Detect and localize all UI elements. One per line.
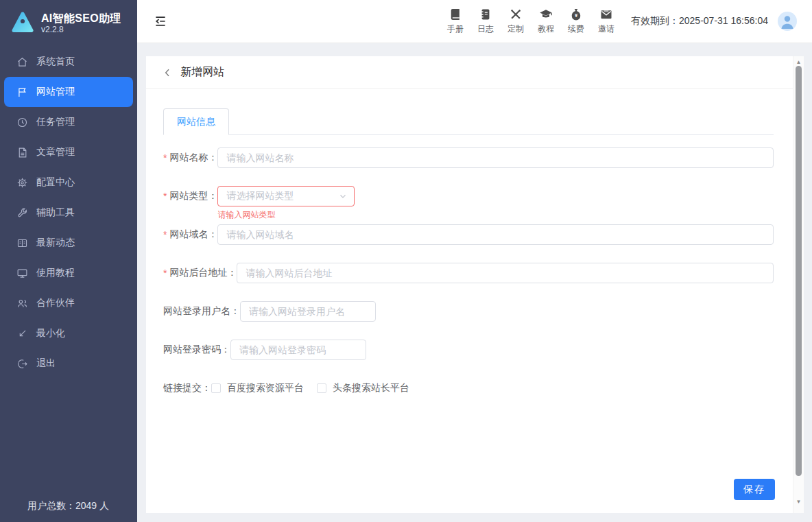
sidebar-item-label: 最小化 <box>36 327 65 340</box>
sidebar-item-website-management[interactable]: 网站管理 <box>4 77 133 107</box>
form-row-site-name: * 网站名称： <box>163 147 774 168</box>
sidebar-item-latest-news[interactable]: 最新动态 <box>0 228 137 258</box>
toolbar-tutorial[interactable]: 教程 <box>534 8 558 35</box>
site-domain-input[interactable] <box>217 224 774 245</box>
checkbox-label: 头条搜索站长平台 <box>333 382 409 394</box>
toolbar-label: 日志 <box>477 23 494 35</box>
logout-icon <box>16 358 28 370</box>
field-label: 链接提交： <box>163 382 211 394</box>
user-avatar[interactable] <box>778 12 797 31</box>
login-password-input[interactable] <box>230 340 366 360</box>
toolbar-label: 定制 <box>508 23 524 35</box>
clock-icon <box>16 117 28 128</box>
news-icon <box>16 237 28 249</box>
page-title-bar: 新增网站 <box>146 56 804 89</box>
sidebar-item-label: 辅助工具 <box>36 206 75 219</box>
app-logo-icon <box>10 12 35 34</box>
field-label: 网站名称： <box>169 152 217 164</box>
toolbar-manual[interactable]: 手册 <box>443 8 468 35</box>
sidebar-item-label: 系统首页 <box>36 56 75 68</box>
sidebar-item-label: 最新动态 <box>36 237 75 249</box>
checkbox-box[interactable] <box>317 383 326 393</box>
wrench-icon <box>16 207 28 219</box>
toolbar-invite[interactable]: 邀请 <box>594 8 619 35</box>
expiry-value: 2025-07-31 16:56:04 <box>679 15 768 27</box>
sidebar-item-label: 网站管理 <box>36 86 75 98</box>
tutorial-cap-icon <box>539 8 553 21</box>
login-username-input[interactable] <box>240 301 376 322</box>
field-label: 网站域名： <box>169 228 217 241</box>
vertical-scrollbar[interactable]: ▲ ▼ <box>793 56 804 513</box>
sidebar-item-tools[interactable]: 辅助工具 <box>0 198 137 228</box>
checkbox-toutiao-platform[interactable]: 头条搜索站长平台 <box>317 382 409 394</box>
top-header: 手册 日志 定制 教程 ¥ 续费 邀请 有效期到： 2025-07-31 16:… <box>137 0 812 43</box>
page-title: 新增网站 <box>180 65 224 80</box>
sidebar: AI智能SEO助理 v2.2.8 系统首页 网站管理 任务管理 文章管理 配置中… <box>0 0 137 522</box>
form-row-site-type: * 网站类型： 请选择网站类型 请输入网站类型 <box>163 186 774 206</box>
gear-icon <box>16 177 28 189</box>
user-total-count: 用户总数：2049 人 <box>0 500 137 512</box>
sidebar-item-partners[interactable]: 合作伙伴 <box>0 288 137 318</box>
expiry-label: 有效期到： <box>631 15 679 27</box>
license-expiry: 有效期到： 2025-07-31 16:56:04 <box>631 15 768 27</box>
main-content-card: 新增网站 网站信息 * 网站名称： * 网站类型： 请选择网站类型 请输入网站类… <box>146 56 804 513</box>
monitor-icon <box>16 268 28 279</box>
form-row-link-submit: 链接提交： 百度搜索资源平台 头条搜索站长平台 <box>163 378 774 399</box>
app-version: v2.2.8 <box>41 25 121 34</box>
partners-icon <box>16 298 28 309</box>
select-placeholder: 请选择网站类型 <box>226 190 339 202</box>
site-type-select[interactable]: 请选择网站类型 <box>217 186 355 206</box>
sidebar-collapse-icon[interactable] <box>154 14 167 28</box>
invite-envelope-icon <box>599 8 613 21</box>
sidebar-item-label: 配置中心 <box>36 176 75 189</box>
manual-book-icon <box>449 8 462 21</box>
checkbox-baidu-platform[interactable]: 百度搜索资源平台 <box>211 382 304 394</box>
admin-url-input[interactable] <box>237 263 774 283</box>
chevron-down-icon <box>339 192 347 200</box>
sidebar-item-article-management[interactable]: 文章管理 <box>0 137 137 167</box>
sidebar-item-label: 文章管理 <box>36 146 75 158</box>
sidebar-item-task-management[interactable]: 任务管理 <box>0 107 137 137</box>
save-button[interactable]: 保存 <box>734 479 775 500</box>
scroll-down-arrow-icon[interactable]: ▼ <box>793 499 804 506</box>
scroll-up-arrow-icon[interactable]: ▲ <box>793 59 804 66</box>
sidebar-item-exit[interactable]: 退出 <box>0 348 137 379</box>
renew-moneybag-icon: ¥ <box>569 8 583 21</box>
site-name-input[interactable] <box>217 147 774 168</box>
field-label: 网站登录密码： <box>163 344 230 356</box>
form-row-site-domain: * 网站域名： <box>163 224 774 245</box>
required-mark: * <box>163 268 167 278</box>
user-avatar-icon <box>778 12 797 31</box>
toolbar-customize[interactable]: 定制 <box>503 8 528 35</box>
checkbox-label: 百度搜索资源平台 <box>227 382 304 394</box>
customize-pencils-icon <box>509 8 523 21</box>
toolbar-label: 手册 <box>447 23 464 35</box>
toolbar-label: 邀请 <box>598 23 614 35</box>
sidebar-item-home[interactable]: 系统首页 <box>0 47 137 77</box>
checkbox-box[interactable] <box>211 383 221 393</box>
back-button[interactable] <box>163 68 172 78</box>
required-mark: * <box>163 152 167 163</box>
form-row-login-password: 网站登录密码： <box>163 340 774 360</box>
tab-website-info[interactable]: 网站信息 <box>163 108 229 135</box>
document-icon <box>16 147 28 158</box>
form-area: 网站信息 * 网站名称： * 网站类型： 请选择网站类型 请输入网站类型 <box>146 89 804 399</box>
header-right: 手册 日志 定制 教程 ¥ 续费 邀请 有效期到： 2025-07-31 16:… <box>438 8 812 35</box>
toolbar-log[interactable]: 日志 <box>473 8 498 35</box>
toolbar-label: 续费 <box>568 23 584 35</box>
toolbar-renew[interactable]: ¥ 续费 <box>564 8 588 35</box>
app-title: AI智能SEO助理 <box>41 12 121 25</box>
sidebar-item-tutorial[interactable]: 使用教程 <box>0 258 137 288</box>
sidebar-item-label: 任务管理 <box>36 116 75 128</box>
sidebar-item-minimize[interactable]: 最小化 <box>0 318 137 348</box>
log-journal-icon <box>479 8 492 21</box>
sidebar-item-label: 退出 <box>36 357 56 370</box>
minimize-icon <box>16 328 28 340</box>
app-logo: AI智能SEO助理 v2.2.8 <box>0 0 137 45</box>
sidebar-item-config-center[interactable]: 配置中心 <box>0 167 137 198</box>
flag-icon <box>16 86 28 98</box>
add-website-form: * 网站名称： * 网站类型： 请选择网站类型 请输入网站类型 * 网站域名： <box>163 147 774 399</box>
sidebar-menu: 系统首页 网站管理 任务管理 文章管理 配置中心 辅助工具 最新动态 使用教程 <box>0 47 137 379</box>
scrollbar-thumb[interactable] <box>796 66 802 476</box>
field-label: 网站登录用户名： <box>163 305 240 318</box>
